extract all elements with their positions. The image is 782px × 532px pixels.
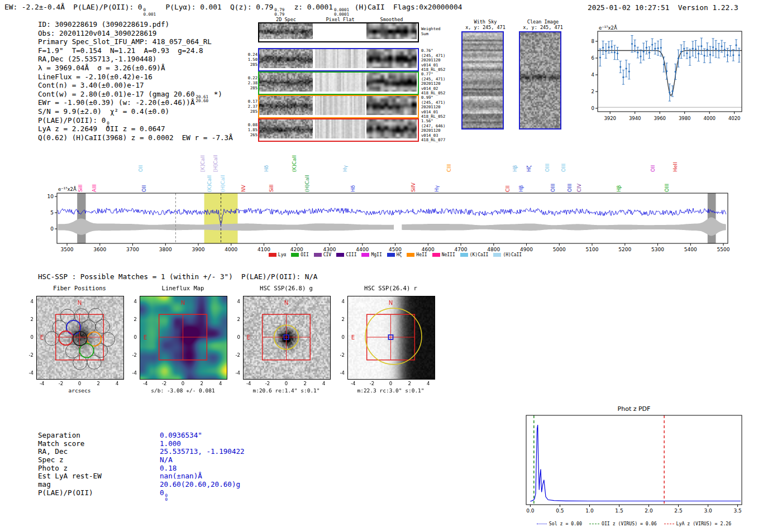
svg-text:4600: 4600 <box>422 247 435 252</box>
spectral-line-label: OIII <box>561 164 566 172</box>
svg-text:4: 4 <box>592 72 594 78</box>
svg-text:0.0: 0.0 <box>526 508 535 514</box>
svg-text:3900: 3900 <box>192 247 205 252</box>
svg-text:2.0: 2.0 <box>645 508 653 514</box>
info-line: Q(0.62) (H)CaII(3968) z = 0.0002 EW r = … <box>38 133 233 142</box>
info-line: Obs: 20201120v014_3090228619 <box>38 29 233 38</box>
svg-text:e⁻¹⁷x2Å: e⁻¹⁷x2Å <box>599 25 617 31</box>
panel-title: HSC SSP(26.4) r <box>328 285 454 291</box>
text-segment: P(LAE)/P(OII): 0 <box>38 116 106 124</box>
legend-item: HeII <box>407 252 427 257</box>
with-sky-title: With Sky <box>461 19 509 25</box>
text-segment: Primary Spec_Slot_IFU_AMP: 418_057_064_R… <box>38 37 212 46</box>
svg-text:5100: 5100 <box>586 247 599 252</box>
y-tick-label: 0 <box>331 334 345 340</box>
fraction-stack: 00 <box>165 493 168 502</box>
spectral-line-label: Hγ <box>342 165 348 172</box>
clean-image-coords: x, y: 245, 471 <box>519 25 567 30</box>
y-tick-label: 0 <box>227 334 240 340</box>
x-tick-label: -2 <box>365 381 379 386</box>
cutout-column-title: 2D Spec <box>259 17 313 22</box>
line-fit-plot: 39203940396039804000402002468e⁻¹⁷x2Å <box>574 22 759 133</box>
photz-legend: Sol z = 0.00OII z (VIRUS) = 0.06LyA z (V… <box>514 521 754 526</box>
match-row-label: RA, Dec <box>38 447 160 456</box>
svg-text:3600: 3600 <box>93 247 106 252</box>
cutout-strip-spec2d <box>259 73 313 92</box>
photz-legend-item: LyA z (VIRUS) = 2.26 <box>664 521 732 526</box>
text-segment: P(Lyα): 0.001 Q(z): 0.79 <box>157 3 273 11</box>
cutout-strip-flat <box>315 119 365 138</box>
spectral-line-label: [K]CaII <box>200 155 206 172</box>
svg-text:5000: 5000 <box>553 247 566 252</box>
legend-label: MgII <box>371 252 382 257</box>
match-table-row: Match score1.000 <box>38 439 245 448</box>
info-line: RA,Dec (25.535713,-1.190448) <box>38 55 233 64</box>
panel-overlay: NE <box>347 296 434 381</box>
match-row-label: Est LyA rest-EW <box>38 472 160 480</box>
text-segment: S/N = 9.9(±2.0) χ² = 0.4(±0.0) <box>38 107 169 116</box>
full-spectrum-plot: 3500360037003800390040004100420043004400… <box>47 144 735 258</box>
x-tick-label: 0 <box>73 381 87 386</box>
cutout-row-info: 0.99"(245, 471)20201120v014_01418_RL_052 <box>421 95 445 119</box>
cutout-row-metrics: 0.081.85265 <box>246 122 258 137</box>
info-line: λ = 3969.04Å σ = 3.26(±0.69)Å <box>38 64 233 73</box>
match-table-row: Est LyA rest-EWnan(±nan)Å <box>38 472 245 480</box>
match-row-label: Separation <box>38 431 160 439</box>
match-row-label: Spec z <box>38 456 160 464</box>
match-row-value: 25.535713, -1.190422 <box>160 447 245 456</box>
x-tick-label: -2 <box>54 381 68 386</box>
spectral-line-label: (K)CaII <box>292 155 297 172</box>
spectral-line-label: OIII <box>550 184 556 192</box>
spectral-line-label: Hδ <box>264 165 269 172</box>
svg-text:4300: 4300 <box>323 247 336 252</box>
spectral-line-label: Hβ <box>616 185 622 192</box>
legend-item: CIII <box>336 252 356 257</box>
y-tick-label: -2 <box>227 352 240 358</box>
x-tick-label: 2 <box>92 381 105 386</box>
legend-item: Hζ <box>387 252 402 257</box>
spectral-line-label: Hβ <box>518 185 524 192</box>
x-tick-label: -4 <box>35 381 49 386</box>
svg-text:3960: 3960 <box>654 116 666 121</box>
svg-text:E: E <box>247 334 250 341</box>
legend-label: OII <box>301 252 308 257</box>
text-segment: LyA z = 2.2649 OII z = 0.0647 <box>38 124 165 133</box>
x-tick-label: 2 <box>298 381 312 386</box>
x-tick-label: 0 <box>280 381 293 386</box>
svg-text:0: 0 <box>50 226 54 232</box>
x-tick-label: -2 <box>261 381 274 386</box>
spectral-line-label: OIII <box>567 184 573 192</box>
text-segment: λ = 3969.04Å σ = 3.26(±0.69)Å <box>38 64 165 72</box>
photz-legend-line <box>664 524 674 524</box>
svg-text:Phot z PDF: Phot z PDF <box>618 405 651 413</box>
photz-legend-label: Sol z = 0.00 <box>549 521 582 526</box>
y-tick-label: -2 <box>331 352 345 358</box>
panel-caption: m:22.3 rc:3.0" s:0.1" <box>306 387 476 394</box>
metric-line: 0.08 <box>246 122 258 127</box>
metric-line: 0.17 <box>246 99 258 104</box>
svg-text:4400: 4400 <box>356 247 369 252</box>
y-tick-label: 2 <box>123 317 137 322</box>
cutout-strip-smooth <box>366 96 417 115</box>
metric-line: 2.37 <box>246 104 258 109</box>
fraction-bottom: 0 <box>165 497 168 502</box>
legend-swatch <box>314 253 322 257</box>
legend-item: (H)CaII <box>493 252 522 257</box>
cutout-strip-smooth <box>366 119 417 138</box>
spectral-line-label: SiIV <box>411 183 416 192</box>
cutout-row-metrics: 0.172.37285 <box>246 99 258 114</box>
svg-text:E: E <box>351 334 355 341</box>
metric-line: 1.50 <box>246 57 258 62</box>
info-line: Cont(n) = 3.40(±0.00)e-17 <box>38 81 233 90</box>
metric-line: 1.85 <box>246 127 258 132</box>
photz-legend-label: OII z (VIRUS) = 0.06 <box>602 521 657 526</box>
svg-text:E: E <box>144 334 147 341</box>
legend-item: CIV <box>314 252 331 257</box>
with-sky-panel: With Sky x, y: 245, 471 <box>461 19 509 130</box>
svg-text:5300: 5300 <box>651 247 664 252</box>
x-tick-label: -4 <box>139 381 152 386</box>
info-line: Cont(w) = 2.80(±0.01)e-17 (gmag 20.6020.… <box>38 90 233 99</box>
legend-swatch <box>493 253 501 257</box>
metric-line: 2.38 <box>246 80 258 85</box>
cutout-strip-flat <box>315 73 365 92</box>
